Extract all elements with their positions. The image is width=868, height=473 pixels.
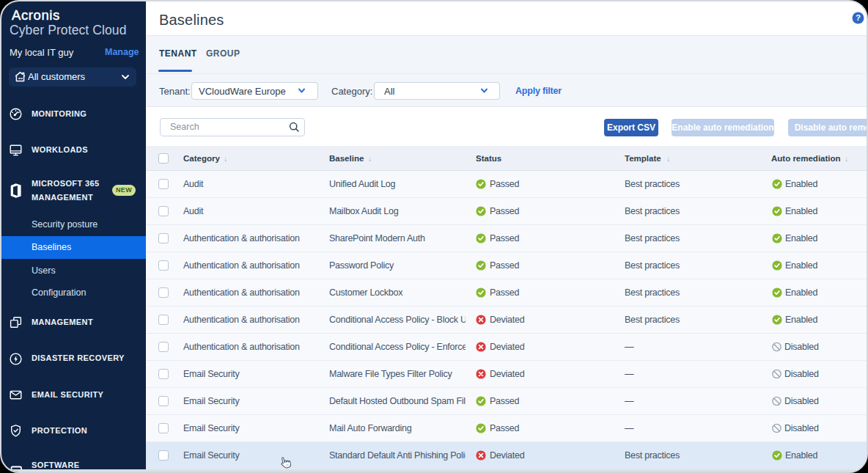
svg-text:?: ?	[856, 13, 861, 22]
